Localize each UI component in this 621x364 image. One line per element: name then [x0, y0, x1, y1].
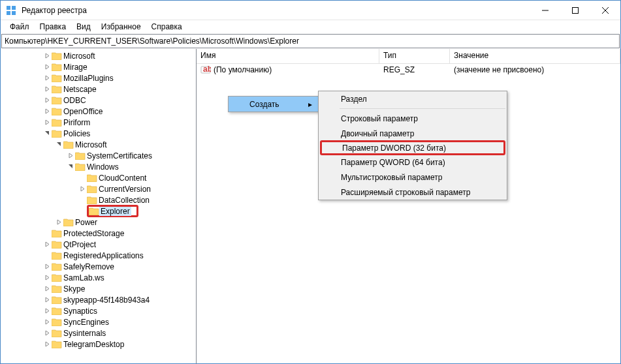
value-data: (значение не присвоено): [450, 65, 620, 74]
expander-icon[interactable]: [42, 273, 52, 282]
list-row-default[interactable]: ab (По умолчанию) REG_SZ (значение не пр…: [197, 64, 620, 76]
tree-label: Mirage: [62, 63, 89, 72]
menu-edit[interactable]: Правка: [35, 22, 72, 32]
tree-label: OpenOffice: [62, 107, 104, 116]
menu-new-multistring[interactable]: Мультистроковый параметр: [319, 170, 507, 185]
folder-icon: [52, 74, 62, 83]
tree-item-explorer[interactable]: Explorer: [2, 205, 196, 217]
menu-create[interactable]: Создать ▸: [229, 97, 319, 112]
menu-new-dword[interactable]: Параметр DWORD (32 бита): [320, 140, 505, 155]
expander-icon[interactable]: [42, 318, 52, 327]
expander-icon[interactable]: [42, 107, 52, 116]
address-bar[interactable]: Компьютер\HKEY_CURRENT_USER\Software\Pol…: [1, 34, 620, 48]
folder-icon: [52, 129, 62, 138]
expander-icon[interactable]: [42, 329, 52, 338]
expander-icon[interactable]: [42, 296, 52, 305]
tree-label: Microsoft: [62, 52, 97, 61]
folder-icon: [87, 185, 97, 194]
expander-icon[interactable]: [42, 74, 52, 83]
tree-item-piriform[interactable]: Piriform: [2, 117, 196, 128]
minimize-button[interactable]: [530, 1, 560, 20]
folder-icon: [52, 85, 62, 94]
tree-item-systemcertificates[interactable]: SystemCertificates: [2, 150, 196, 161]
window-title: Редактор реестра: [22, 6, 530, 15]
tree-label: Explorer: [99, 207, 131, 216]
tree-item-odbc[interactable]: ODBC: [2, 95, 196, 106]
tree-item-telegram[interactable]: TelegramDesktop: [2, 339, 196, 350]
expander-icon[interactable]: [54, 218, 63, 227]
address-path: Компьютер\HKEY_CURRENT_USER\Software\Pol…: [5, 37, 299, 46]
tree-item-policies[interactable]: Policies: [2, 128, 196, 139]
expander-icon[interactable]: [42, 262, 52, 271]
tree-item-protectedstorage[interactable]: ProtectedStorage: [2, 228, 196, 239]
expander-icon[interactable]: [42, 118, 52, 127]
tree-item-sysinternals[interactable]: Sysinternals: [2, 327, 196, 339]
expander-icon[interactable]: [78, 207, 87, 216]
tree-item-power[interactable]: Power: [2, 217, 196, 228]
menu-view[interactable]: Вид: [71, 22, 96, 32]
expander-icon[interactable]: [42, 63, 52, 72]
tree-item-syncengines[interactable]: SyncEngines: [2, 316, 196, 327]
expander-icon[interactable]: [42, 129, 52, 138]
tree-item-mozillaplugins[interactable]: MozillaPlugins: [2, 72, 196, 83]
expander-icon[interactable]: [78, 185, 87, 194]
tree-label: CloudContent: [97, 174, 148, 183]
menu-new-key[interactable]: Раздел: [319, 91, 507, 106]
expander-icon[interactable]: [42, 96, 52, 105]
tree-label: Microsoft: [74, 140, 108, 149]
menu-new-string[interactable]: Строковый параметр: [319, 111, 507, 126]
tree-item-currentversion[interactable]: CurrentVersion: [2, 183, 196, 194]
expander-icon[interactable]: [78, 174, 87, 183]
close-button[interactable]: [590, 1, 620, 20]
value-type: REG_SZ: [379, 65, 450, 74]
menu-help[interactable]: Справка: [146, 22, 187, 32]
expander-icon[interactable]: [42, 340, 52, 349]
expander-icon[interactable]: [54, 140, 63, 149]
tree-item-skype[interactable]: Skype: [2, 283, 196, 294]
context-menu: Создать ▸: [228, 96, 319, 112]
column-name[interactable]: Имя: [197, 49, 379, 63]
expander-icon[interactable]: [78, 196, 87, 205]
tree-item-datacollection[interactable]: DataCollection: [2, 194, 196, 205]
expander-icon[interactable]: [42, 251, 52, 260]
menu-new-qword[interactable]: Параметр QWORD (64 бита): [319, 155, 507, 170]
menu-new-expandstring[interactable]: Расширяемый строковый параметр: [319, 185, 507, 200]
tree-item-openoffice[interactable]: OpenOffice: [2, 106, 196, 117]
tree-item-safelyremove[interactable]: SafelyRemove: [2, 261, 196, 272]
maximize-button[interactable]: [560, 1, 590, 20]
expander-icon[interactable]: [42, 307, 52, 316]
folder-icon: [89, 207, 99, 216]
tree-label: TelegramDesktop: [62, 340, 125, 349]
tree-item-microsoft[interactable]: Microsoft: [2, 50, 196, 61]
tree-item-skypeapp[interactable]: skypeapp-45f148b943a4: [2, 294, 196, 305]
column-type[interactable]: Тип: [379, 49, 450, 63]
tree-item-cloudcontent[interactable]: CloudContent: [2, 172, 196, 183]
expander-icon[interactable]: [42, 240, 52, 249]
tree-item-registeredapplications[interactable]: RegisteredApplications: [2, 250, 196, 261]
expander-icon[interactable]: [66, 162, 75, 172]
svg-rect-5: [573, 7, 579, 13]
tree-item-netscape[interactable]: Netscape: [2, 83, 196, 95]
folder-icon: [52, 296, 62, 305]
tree-item-qtproject[interactable]: QtProject: [2, 239, 196, 250]
svg-rect-3: [12, 11, 16, 15]
folder-icon: [63, 218, 74, 227]
column-value[interactable]: Значение: [450, 49, 620, 63]
expander-icon[interactable]: [42, 85, 52, 94]
tree-item-synaptics[interactable]: Synaptics: [2, 305, 196, 316]
tree-item-windows[interactable]: Windows: [2, 161, 196, 172]
expander-icon[interactable]: [42, 284, 52, 294]
tree-item-policies_microsoft[interactable]: Microsoft: [2, 139, 196, 150]
tree-item-mirage[interactable]: Mirage: [2, 61, 196, 72]
expander-icon[interactable]: [66, 151, 75, 160]
folder-icon: [75, 151, 86, 160]
tree-label: CurrentVersion: [97, 185, 152, 194]
tree-label: Piriform: [62, 118, 91, 127]
menu-file[interactable]: Файл: [5, 22, 35, 32]
menu-favorites[interactable]: Избранное: [96, 22, 146, 32]
tree-item-samlab[interactable]: SamLab.ws: [2, 272, 196, 283]
menu-new-binary[interactable]: Двоичный параметр: [319, 126, 507, 141]
expander-icon[interactable]: [42, 229, 52, 238]
folder-icon: [52, 118, 62, 127]
expander-icon[interactable]: [42, 52, 52, 61]
